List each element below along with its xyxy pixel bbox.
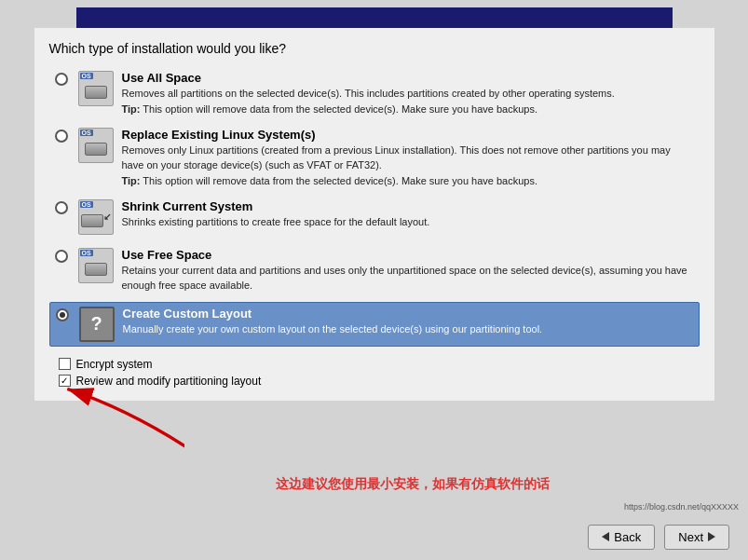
radio-use-all-space[interactable] (55, 73, 68, 86)
option-title-create-custom: Create Custom Layout (123, 307, 693, 321)
radio-col-replace-linux (55, 128, 75, 145)
option-title-replace-linux: Replace Existing Linux System(s) (122, 128, 694, 142)
text-col-replace-linux: Replace Existing Linux System(s)Removes … (122, 128, 694, 186)
option-tip-replace-linux: Tip: This option will remove data from t… (122, 175, 694, 186)
page-question: Which type of installation would you lik… (49, 41, 700, 56)
radio-replace-linux[interactable] (55, 130, 68, 143)
option-row-use-free-space[interactable]: OSUse Free SpaceRetains your current dat… (49, 244, 700, 296)
checkbox-label-encrypt-system: Encrypt system (76, 358, 153, 371)
options-container: OSUse All SpaceRemoves all partitions on… (49, 67, 700, 347)
icon-col-use-all-space: OS (75, 71, 116, 106)
hdd-icon-replace-linux: OS (78, 128, 114, 163)
footer: Back Next (0, 513, 748, 560)
back-arrow-icon (602, 532, 609, 541)
checkbox-encrypt-system[interactable] (59, 358, 71, 370)
text-col-use-all-space: Use All SpaceRemoves all partitions on t… (122, 71, 694, 115)
radio-col-use-free-space (55, 248, 75, 266)
top-bar (76, 7, 673, 28)
icon-col-replace-linux: OS (75, 128, 116, 163)
text-col-create-custom: Create Custom LayoutManually create your… (123, 307, 693, 336)
icon-col-create-custom: ? (76, 307, 117, 342)
option-row-replace-linux[interactable]: OSReplace Existing Linux System(s)Remove… (49, 124, 700, 190)
icon-col-use-free-space: OS (75, 248, 116, 283)
next-label: Next (678, 530, 703, 544)
option-desc-use-free-space: Retains your current data and partitions… (122, 264, 694, 293)
back-label: Back (614, 530, 641, 544)
radio-col-use-all-space (55, 71, 75, 89)
option-tip-use-all-space: Tip: This option will remove data from t… (122, 103, 694, 115)
option-row-create-custom[interactable]: ?Create Custom LayoutManually create you… (49, 302, 700, 347)
radio-create-custom[interactable] (56, 308, 69, 321)
radio-use-free-space[interactable] (55, 250, 68, 263)
hdd-icon-use-all-space: OS (78, 71, 114, 106)
icon-col-shrink-current: OS↙ (75, 199, 116, 235)
hdd-icon-use-free-space: OS (78, 248, 114, 283)
back-button[interactable]: Back (588, 525, 655, 550)
option-title-use-free-space: Use Free Space (122, 248, 694, 262)
option-desc-use-all-space: Removes all partitions on the selected d… (122, 87, 694, 101)
hdd-icon-shrink-current: OS↙ (78, 199, 114, 235)
main-container: Which type of installation would you lik… (34, 28, 714, 401)
next-button[interactable]: Next (664, 525, 729, 550)
annotation-text: 这边建议您使用最小安装，如果有仿真软件的话 (276, 476, 550, 493)
option-title-use-all-space: Use All Space (122, 71, 694, 85)
red-arrow-indicator (35, 378, 184, 453)
next-arrow-icon (708, 532, 715, 541)
option-row-use-all-space[interactable]: OSUse All SpaceRemoves all partitions on… (49, 67, 700, 118)
option-desc-create-custom: Manually create your own custom layout o… (123, 322, 693, 336)
text-col-use-free-space: Use Free SpaceRetains your current data … (122, 248, 694, 293)
question-icon: ? (79, 307, 115, 342)
option-desc-replace-linux: Removes only Linux partitions (created f… (122, 143, 694, 172)
option-desc-shrink-current: Shrinks existing partitions to create fr… (122, 215, 694, 229)
radio-shrink-current[interactable] (55, 201, 68, 214)
checkbox-row-encrypt-system: Encrypt system (59, 358, 700, 371)
radio-col-shrink-current (55, 199, 75, 217)
option-row-shrink-current[interactable]: OS↙Shrink Current SystemShrinks existing… (49, 196, 700, 239)
radio-col-create-custom (56, 307, 76, 324)
option-title-shrink-current: Shrink Current System (122, 199, 694, 213)
text-col-shrink-current: Shrink Current SystemShrinks existing pa… (122, 199, 694, 229)
footer-url: https://blog.csdn.net/qqXXXXX (624, 502, 739, 512)
